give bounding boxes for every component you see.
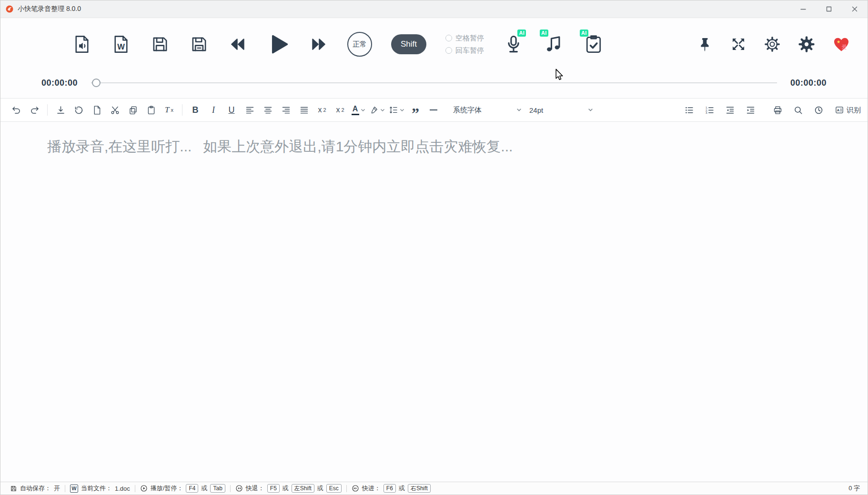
- space-pause-radio[interactable]: 空格暂停: [445, 34, 484, 43]
- bullet-list-button[interactable]: [680, 101, 698, 119]
- window-controls: [790, 0, 868, 18]
- font-color-button[interactable]: A: [349, 101, 367, 119]
- print-button[interactable]: [768, 101, 787, 119]
- printer-icon: [773, 105, 783, 115]
- close-button[interactable]: [842, 0, 868, 18]
- export-download-button[interactable]: [51, 101, 70, 119]
- bullet-list-icon: [684, 105, 694, 115]
- history-button[interactable]: [809, 101, 828, 119]
- undo-button[interactable]: [7, 101, 25, 119]
- toolbar-separator: [182, 104, 182, 116]
- ai-dictation-button[interactable]: AI: [503, 34, 524, 55]
- bold-button[interactable]: B: [186, 101, 204, 119]
- progress-slider[interactable]: [91, 78, 777, 88]
- audio-file-icon: [72, 34, 92, 54]
- settings-solid-button[interactable]: [798, 36, 815, 53]
- play-shortcut-label: 播放/暂停：: [151, 484, 183, 493]
- numbered-list-button[interactable]: 1. 2. 3.: [700, 101, 718, 119]
- horizontal-rule-button[interactable]: [424, 101, 443, 119]
- italic-button[interactable]: I: [204, 101, 222, 119]
- download-icon: [56, 105, 66, 115]
- word-file-icon: W: [111, 34, 131, 54]
- line-height-icon: [389, 105, 398, 115]
- disaster-recovery-button[interactable]: [70, 101, 88, 119]
- speed-button[interactable]: 正常: [347, 32, 372, 57]
- recognize-label: 识别: [847, 106, 861, 115]
- editor-placeholder-recovery: 如果上次意外退出,请1分钟内立即点击灾难恢复...: [203, 137, 513, 157]
- donate-heart-button[interactable]: 爱: [832, 35, 850, 53]
- forward-shortcut-label: 快进：: [362, 484, 381, 493]
- timeline-row: 00:00:00 00:00:00: [0, 68, 868, 98]
- ai-badge: AI: [517, 30, 526, 37]
- space-pause-label: 空格暂停: [455, 34, 484, 43]
- rewind-button[interactable]: [228, 35, 246, 53]
- ai-audio-transcribe-button[interactable]: AI: [543, 34, 564, 55]
- shift-button[interactable]: Shift: [391, 34, 426, 54]
- copy-button[interactable]: [124, 101, 142, 119]
- highlighter-icon: [369, 105, 379, 115]
- chevron-down-icon: [361, 109, 365, 112]
- save-icon: [10, 485, 17, 492]
- gear-outline-icon: [764, 36, 781, 53]
- indent-button[interactable]: [741, 101, 759, 119]
- font-size-select[interactable]: 24pt: [525, 101, 597, 119]
- shortcut-key: Esc: [326, 484, 342, 493]
- fast-forward-button[interactable]: [310, 35, 328, 53]
- cut-button[interactable]: [106, 101, 124, 119]
- save-button[interactable]: [150, 34, 170, 54]
- speed-label: 正常: [353, 40, 367, 48]
- superscript-button[interactable]: x2: [313, 101, 331, 119]
- titlebar: 小快笔录音整理 8.0.0: [0, 0, 868, 18]
- pin-window-button[interactable]: [697, 36, 713, 52]
- or-text: 或: [399, 484, 405, 493]
- ai-badge: AI: [580, 30, 588, 37]
- enter-pause-radio[interactable]: 回车暂停: [445, 46, 484, 55]
- import-audio-button[interactable]: [72, 34, 92, 54]
- chevron-down-icon: [380, 109, 385, 112]
- play-button[interactable]: [265, 31, 291, 57]
- line-height-button[interactable]: [387, 101, 406, 119]
- search-icon: [793, 105, 803, 115]
- slider-knob[interactable]: [92, 79, 101, 87]
- app-logo-icon: [5, 5, 14, 13]
- minimize-button[interactable]: [790, 0, 816, 18]
- svg-text:3.: 3.: [705, 111, 707, 114]
- align-justify-button[interactable]: [295, 101, 313, 119]
- recognize-button[interactable]: A 识别: [835, 105, 861, 115]
- underline-button[interactable]: U: [222, 101, 241, 119]
- slider-track: [91, 82, 777, 83]
- indent-icon: [746, 105, 756, 115]
- clear-format-button[interactable]: Tx: [160, 101, 178, 119]
- save-as-button[interactable]: [189, 34, 209, 54]
- chevron-down-icon: [516, 108, 522, 112]
- search-button[interactable]: [789, 101, 807, 119]
- highlight-color-button[interactable]: [367, 101, 387, 119]
- play-shortcut-info: 播放/暂停： F4 或 Tab: [135, 484, 230, 493]
- fast-forward-icon: [310, 35, 328, 53]
- current-file-status: W 当前文件： 1.doc: [65, 484, 135, 493]
- align-center-icon: [263, 105, 273, 115]
- editor-area[interactable]: 播放录音,在这里听打... 如果上次意外退出,请1分钟内立即点击灾难恢复...: [0, 122, 868, 482]
- align-justify-icon: [299, 105, 309, 115]
- paste-button[interactable]: [142, 101, 160, 119]
- font-color-icon: A: [352, 105, 359, 115]
- editor-placeholder-primary: 播放录音,在这里听打...: [47, 137, 192, 157]
- align-left-button[interactable]: [241, 101, 259, 119]
- align-center-button[interactable]: [259, 101, 277, 119]
- subscript-button[interactable]: x2: [331, 101, 349, 119]
- align-right-button[interactable]: [277, 101, 295, 119]
- text-recognition-icon: A: [835, 105, 844, 115]
- font-family-select[interactable]: 系统字体: [449, 101, 525, 119]
- redo-button[interactable]: [25, 101, 43, 119]
- fullscreen-button[interactable]: [730, 36, 747, 52]
- new-document-button[interactable]: [88, 101, 106, 119]
- fast-forward-circle-icon: [352, 485, 359, 492]
- settings-outline-button[interactable]: [764, 36, 781, 53]
- save-as-icon: [189, 34, 209, 54]
- outdent-button[interactable]: [721, 101, 739, 119]
- ai-proofread-button[interactable]: AI: [583, 34, 604, 55]
- blockquote-button[interactable]: ”: [406, 101, 424, 119]
- maximize-button[interactable]: [816, 0, 842, 18]
- export-word-button[interactable]: W: [111, 34, 131, 54]
- shortcut-key: Tab: [210, 484, 225, 493]
